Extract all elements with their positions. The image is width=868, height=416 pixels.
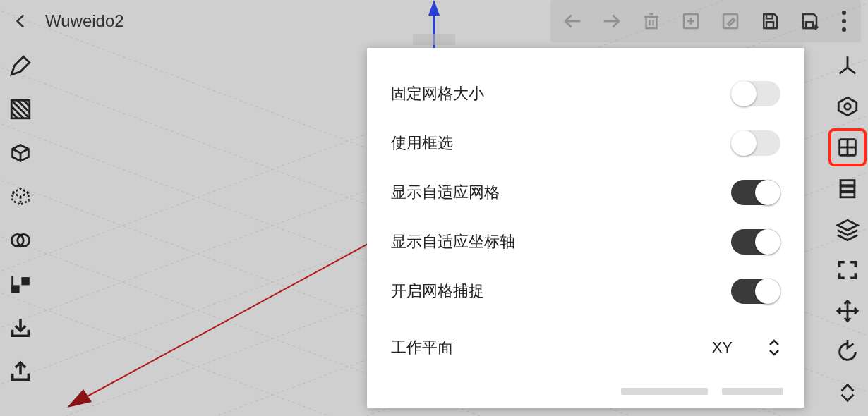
save-as-button[interactable] [790, 2, 828, 40]
svg-rect-31 [806, 22, 813, 28]
toggle-fixed-grid-size[interactable] [731, 81, 780, 106]
wireframe-tool[interactable] [4, 181, 37, 213]
stack-button[interactable] [831, 172, 864, 204]
svg-marker-51 [838, 97, 857, 116]
grid-settings-panel: 固定网格大小 使用框选 显示自适应网格 显示自适应坐标轴 开启网格捕捉 工作平面… [367, 48, 804, 408]
svg-line-35 [11, 106, 23, 118]
toggle-grid-snap[interactable] [731, 279, 780, 304]
more-menu-button[interactable] [830, 11, 858, 32]
svg-line-50 [848, 68, 855, 74]
header-bar: Wuweido2 [0, 0, 868, 42]
save-button[interactable] [751, 2, 789, 40]
svg-rect-20 [646, 17, 657, 28]
setting-workplane[interactable]: 工作平面 XY [391, 323, 780, 372]
setting-label: 使用框选 [391, 133, 453, 154]
axis-view-button[interactable] [831, 49, 864, 82]
header-actions [550, 0, 861, 42]
toggle-adaptive-grid[interactable] [731, 180, 780, 205]
svg-rect-45 [23, 279, 29, 285]
setting-label: 工作平面 [391, 337, 453, 358]
hatch-tool[interactable] [4, 93, 37, 126]
grid-settings-button[interactable] [831, 131, 864, 164]
layers-button[interactable] [831, 213, 864, 245]
toggle-adaptive-axes[interactable] [731, 229, 780, 255]
undo-nav-button[interactable] [553, 2, 591, 40]
setting-label: 固定网格大小 [391, 83, 484, 104]
left-toolbar [4, 49, 37, 388]
redo-nav-button[interactable] [593, 2, 631, 40]
scroll-indicator [621, 388, 783, 395]
svg-rect-61 [840, 192, 855, 197]
setting-label: 开启网格捕捉 [391, 281, 484, 302]
setting-label: 显示自适应坐标轴 [391, 231, 515, 252]
expand-button[interactable] [831, 377, 864, 409]
delete-button[interactable] [632, 2, 670, 40]
setting-grid-snap: 开启网格捕捉 [391, 267, 780, 316]
svg-marker-15 [67, 389, 92, 408]
solid-tool[interactable] [4, 137, 37, 169]
svg-line-37 [18, 100, 30, 112]
svg-rect-30 [766, 14, 773, 18]
pan-button[interactable] [831, 295, 864, 327]
align-tool[interactable] [4, 268, 37, 300]
rotate-button[interactable] [831, 336, 864, 368]
view-cube-button[interactable] [831, 90, 864, 123]
setting-box-select: 使用框选 [391, 118, 780, 168]
right-toolbar [831, 49, 864, 409]
setting-label: 显示自适应网格 [391, 182, 500, 203]
toggle-box-select[interactable] [731, 130, 780, 156]
svg-line-49 [840, 68, 848, 74]
svg-rect-60 [840, 186, 855, 191]
workplane-value: XY [712, 338, 733, 357]
stepper-icon[interactable] [768, 339, 780, 356]
svg-marker-62 [838, 220, 857, 230]
back-button[interactable] [0, 0, 42, 42]
edit-button[interactable] [711, 2, 749, 40]
svg-point-52 [845, 104, 851, 110]
setting-adaptive-grid: 显示自适应网格 [391, 168, 780, 217]
svg-rect-29 [766, 22, 773, 28]
project-title: Wuweido2 [42, 11, 124, 31]
sketch-tool[interactable] [4, 49, 37, 82]
setting-adaptive-axes: 显示自适应坐标轴 [391, 217, 780, 267]
import-tool[interactable] [4, 312, 37, 344]
svg-rect-59 [840, 181, 855, 185]
export-tool[interactable] [4, 355, 37, 388]
add-button[interactable] [672, 2, 710, 40]
boolean-tool[interactable] [4, 224, 37, 257]
fullscreen-button[interactable] [831, 254, 864, 286]
setting-fixed-grid-size: 固定网格大小 [391, 69, 780, 118]
